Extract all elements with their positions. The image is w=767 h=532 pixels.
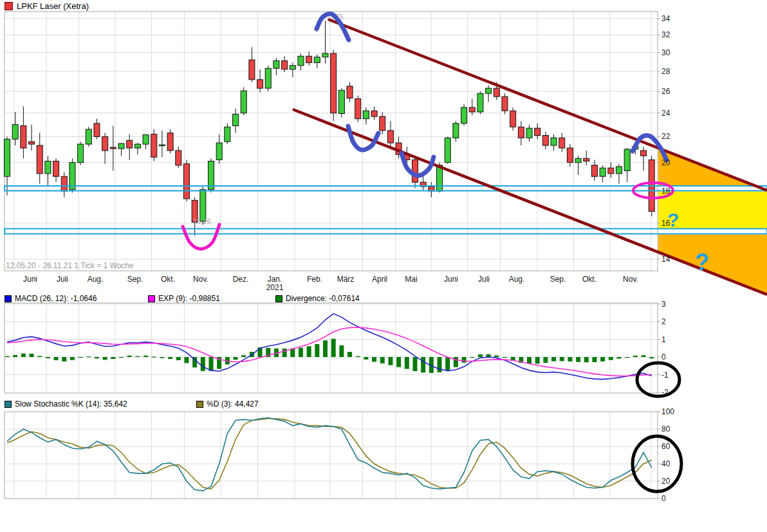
candle bbox=[183, 164, 189, 199]
candle bbox=[216, 143, 222, 160]
divergence-legend-label: Divergence: -0,07614 bbox=[286, 294, 360, 303]
divergence-bar bbox=[21, 354, 26, 358]
divergence-bar bbox=[576, 357, 580, 362]
y-axis-tick-label: 20 bbox=[661, 477, 670, 486]
exp-swatch-icon bbox=[148, 295, 155, 302]
divergence-bar bbox=[633, 356, 638, 357]
candle bbox=[290, 66, 295, 69]
divergence-bar bbox=[642, 355, 646, 357]
y-axis-tick-label: 16 bbox=[661, 219, 670, 228]
divergence-bar bbox=[625, 357, 629, 358]
macd-swatch-icon bbox=[5, 295, 12, 302]
divergence-bar bbox=[95, 357, 99, 358]
macd-legend-item: MACD (26, 12): -1,0646 bbox=[5, 294, 97, 303]
candle bbox=[176, 151, 181, 165]
divergence-bar bbox=[168, 357, 172, 359]
divergence-bar bbox=[70, 357, 75, 360]
candle bbox=[616, 167, 622, 174]
candle bbox=[412, 160, 418, 182]
candle bbox=[477, 93, 483, 112]
candle bbox=[494, 88, 499, 96]
divergence-bar bbox=[299, 347, 303, 357]
x-axis-month-label: Jan. bbox=[268, 275, 282, 284]
macd-legend: MACD (26, 12): -1,0646 EXP (9): -0,98851… bbox=[5, 294, 648, 303]
divergence-bar bbox=[380, 357, 385, 363]
divergence-bar bbox=[445, 357, 450, 371]
period-note: 12.05.20 - 26.11.21 1 Tick = 1 Woche bbox=[6, 261, 134, 270]
candle bbox=[591, 165, 597, 176]
divergence-bar bbox=[234, 357, 238, 360]
exp-signal-line bbox=[7, 327, 652, 376]
divergence-bar bbox=[609, 357, 613, 360]
y-axis-tick-label: 0 bbox=[661, 494, 666, 503]
divergence-bar bbox=[560, 357, 564, 361]
y-axis-tick-label: 26 bbox=[661, 87, 670, 96]
divergence-bar bbox=[127, 356, 132, 357]
chart-application: 33,7515,26??34323028262422201816143210-1… bbox=[0, 0, 767, 532]
divergence-bar bbox=[396, 357, 401, 367]
macd-series bbox=[5, 314, 654, 380]
candle bbox=[273, 60, 279, 68]
candle bbox=[380, 116, 385, 131]
y-axis-tick-label: -2 bbox=[661, 388, 669, 397]
candle bbox=[37, 145, 42, 174]
stoch-k-legend-item: Slow Stochastic %K (14): 35,642 bbox=[5, 399, 127, 408]
divergence-bar bbox=[103, 357, 107, 360]
y-axis-tick-label: 40 bbox=[661, 459, 670, 468]
divergence-bar bbox=[86, 356, 91, 357]
candle bbox=[233, 114, 239, 125]
divergence-bar bbox=[438, 357, 442, 372]
divergence-bar bbox=[339, 345, 344, 357]
x-axis-month-label: Dez. bbox=[233, 275, 249, 284]
divergence-bar bbox=[543, 357, 548, 363]
divergence-bar bbox=[184, 357, 189, 363]
y-axis-tick-label: 24 bbox=[661, 109, 670, 118]
divergence-bar bbox=[160, 357, 164, 358]
y-axis-tick-label: 18 bbox=[661, 187, 670, 196]
candle bbox=[12, 125, 18, 140]
candle bbox=[526, 128, 532, 138]
candle bbox=[225, 127, 230, 142]
candle bbox=[306, 56, 312, 62]
candle bbox=[624, 149, 630, 170]
candle bbox=[45, 161, 51, 173]
x-axis-month-label: April bbox=[372, 275, 387, 284]
divergence-bar bbox=[5, 356, 10, 357]
x-axis-month-label: Aug. bbox=[88, 275, 104, 284]
candle bbox=[78, 144, 84, 163]
macd-panel-grid bbox=[5, 303, 658, 393]
divergence-bar bbox=[307, 346, 311, 357]
divergence-bar bbox=[617, 357, 622, 358]
candle bbox=[102, 136, 108, 151]
candle bbox=[241, 91, 246, 113]
y-axis-tick-label: 2 bbox=[661, 317, 666, 326]
candle bbox=[29, 142, 35, 144]
divergence-bar bbox=[54, 357, 59, 360]
candle bbox=[298, 56, 304, 65]
divergence-bar bbox=[592, 357, 596, 362]
candle bbox=[608, 168, 614, 174]
lower-orange-wedge bbox=[658, 235, 767, 295]
divergence-bar bbox=[356, 356, 360, 357]
y-axis-tick-label: 22 bbox=[661, 132, 670, 141]
candle bbox=[453, 124, 459, 138]
question-mark-annotation: ? bbox=[695, 249, 709, 275]
exp-legend-label: EXP (9): -0,98851 bbox=[158, 294, 220, 303]
divergence-bar bbox=[201, 357, 205, 371]
candle bbox=[86, 129, 91, 144]
macd-exp-legend-item: EXP (9): -0,98851 bbox=[148, 294, 220, 303]
candle bbox=[282, 60, 288, 69]
divergence-bar bbox=[209, 357, 214, 371]
macd-line bbox=[7, 314, 652, 380]
divergence-bar bbox=[135, 356, 140, 357]
candle bbox=[322, 53, 328, 57]
candle bbox=[118, 143, 124, 149]
divergence-bar bbox=[535, 357, 540, 363]
y-axis-tick-label: 0 bbox=[661, 353, 666, 362]
candle bbox=[502, 96, 508, 111]
chart-title-bar: LPKF Laser (Xetra) bbox=[5, 1, 89, 11]
divergence-bar bbox=[600, 357, 605, 362]
x-axis-month-label: Aug. bbox=[509, 275, 525, 284]
y-axis-tick-label: 3 bbox=[661, 300, 666, 309]
divergence-bar bbox=[494, 356, 499, 357]
